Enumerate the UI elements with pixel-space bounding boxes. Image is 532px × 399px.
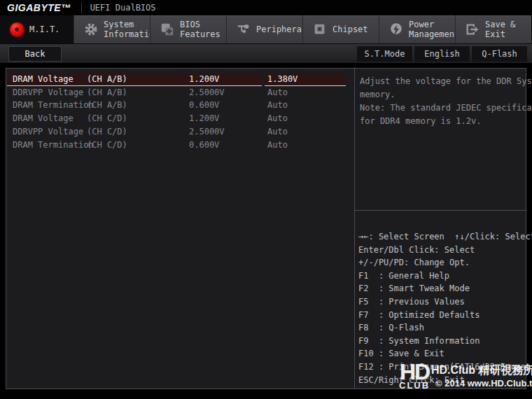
bios-features-icon — [159, 21, 176, 38]
setting-row-dram-voltage-ab[interactable]: DRAM Voltage (CH A/B) 1.200V 1.380V — [7, 73, 353, 86]
setting-configured-value: 1.380V — [267, 73, 298, 86]
tab-label: BIOS Features — [180, 20, 222, 39]
setting-row-ddrvpp-voltage-ab[interactable]: DDRVPP Voltage (CH A/B) 2.5000V Auto — [7, 86, 353, 99]
tab-label: Save & Exit — [485, 20, 531, 39]
tab-chipset[interactable]: Chipset — [302, 15, 379, 43]
product-name: UEFI DualBIOS — [90, 3, 156, 13]
setting-current-value: 2.5000V — [189, 86, 225, 99]
qflash-button[interactable]: Q-Flash — [472, 46, 527, 62]
title-bar: GIGABYTE™ UEFI DualBIOS — [0, 0, 532, 15]
setting-row-dram-voltage-cd[interactable]: DRAM Voltage (CH C/D) 1.200V Auto — [7, 112, 353, 125]
setting-configured-value: Auto — [267, 125, 288, 139]
legend-line: F7 : Optimized Defaults — [358, 309, 526, 322]
setting-configured-value: Auto — [267, 86, 288, 99]
setting-channel: (CH C/D) — [87, 139, 127, 152]
setting-configured-value: Auto — [267, 112, 288, 125]
watermark-copyright: © 2014 www.HD.Club.tw — [435, 378, 532, 388]
gigabyte-logo: GIGABYTE™ — [0, 2, 71, 13]
setting-configured-value: Auto — [267, 99, 288, 112]
setting-current-value: 1.200V — [189, 73, 219, 86]
language-button[interactable]: English — [414, 46, 470, 62]
legend-line: F5 : Previous Values — [358, 295, 526, 309]
tab-label: Chipset — [332, 24, 368, 34]
setting-configured-value: Auto — [267, 139, 288, 152]
back-button[interactable]: Back — [8, 46, 62, 62]
setting-label: DRAM Voltage — [13, 73, 74, 86]
setting-label: DRAM Termination — [13, 139, 94, 152]
setting-current-value: 2.5000V — [189, 125, 225, 139]
setting-label: DDRVPP Voltage — [13, 86, 83, 99]
save-exit-icon — [464, 21, 481, 38]
setting-label: DDRVPP Voltage — [13, 125, 83, 139]
setting-current-value: 0.600V — [189, 99, 219, 112]
chipset-icon — [312, 21, 328, 38]
setting-label: DRAM Termination — [13, 99, 94, 112]
setting-current-value: 0.600V — [189, 139, 219, 152]
help-line: Adjust the voltage for the DDR System — [360, 75, 522, 88]
setting-channel: (CH C/D) — [87, 125, 127, 139]
legend-line: →←: Select Screen ↑↓/Click: Select Item — [358, 230, 526, 244]
hdclub-logo: HD CLUB — [399, 363, 430, 390]
toolbar-right-group: S.T.Mode English Q-Flash — [357, 46, 527, 62]
main-panel: DRAM Voltage (CH A/B) 1.200V 1.380V DDRV… — [6, 68, 526, 389]
legend-line: Enter/Dbl Click: Select — [358, 244, 526, 257]
peripherals-icon — [235, 21, 252, 38]
tab-save-exit[interactable]: Save & Exit — [455, 15, 531, 43]
mit-red-ball-icon — [8, 21, 25, 38]
help-line: Note: The standard JEDEC specification — [360, 102, 522, 115]
tab-label: System Information — [104, 20, 148, 39]
tab-bios-features[interactable]: BIOS Features — [150, 15, 226, 43]
setting-row-dram-termination-ab[interactable]: DRAM Termination (CH A/B) 0.600V Auto — [7, 99, 353, 112]
tab-mit[interactable]: M.I.T. — [0, 15, 74, 43]
setting-row-ddrvpp-voltage-cd[interactable]: DDRVPP Voltage (CH C/D) 2.5000V Auto — [7, 125, 353, 139]
tab-label: Power Management — [409, 20, 459, 39]
setting-channel: (CH A/B) — [87, 73, 127, 86]
legend-line: +/-/PU/PD: Change Opt. — [358, 256, 526, 270]
help-line: for DDR4 memory is 1.2v. — [360, 115, 522, 128]
setting-channel: (CH A/B) — [87, 86, 127, 99]
tab-peripherals[interactable]: Peripherals — [226, 15, 302, 43]
hdclub-logo-hd: HD — [399, 363, 430, 381]
help-line: memory. — [360, 88, 522, 102]
legend-line: F9 : System Information — [358, 335, 526, 348]
titlebar-divider — [81, 2, 82, 13]
hdclub-logo-club: CLUB — [399, 381, 430, 390]
legend-line: F1 : General Help — [358, 270, 526, 283]
legend-line: F2 : Smart Tweak Mode — [358, 282, 526, 295]
legend-line: F8 : Q-Flash — [358, 321, 526, 335]
tab-label: M.I.T. — [29, 24, 59, 34]
tab-system-information[interactable]: System Information — [74, 15, 150, 43]
hdclub-watermark: HD CLUB HD.Club 精研視務所 © 2014 www.HD.Club… — [384, 358, 532, 395]
power-icon — [388, 21, 405, 38]
watermark-title: HD.Club 精研視務所 — [431, 363, 532, 378]
setting-label: DRAM Voltage — [13, 112, 74, 125]
info-panel: Adjust the voltage for the DDR System me… — [354, 69, 526, 388]
setting-current-value: 1.200V — [189, 112, 219, 125]
st-mode-button[interactable]: S.T.Mode — [357, 46, 412, 62]
help-text-box: Adjust the voltage for the DDR System me… — [355, 69, 526, 211]
settings-list: DRAM Voltage (CH A/B) 1.200V 1.380V DDRV… — [6, 69, 354, 388]
tab-bar: M.I.T. System Information BIOS Features — [0, 15, 532, 43]
gear-icon — [83, 21, 99, 38]
setting-channel: (CH A/B) — [87, 99, 127, 112]
setting-channel: (CH C/D) — [87, 112, 127, 125]
setting-row-dram-termination-cd[interactable]: DRAM Termination (CH C/D) 0.600V Auto — [7, 139, 353, 152]
tab-power-management[interactable]: Power Management — [379, 15, 455, 43]
toolbar: Back S.T.Mode English Q-Flash — [0, 43, 532, 63]
